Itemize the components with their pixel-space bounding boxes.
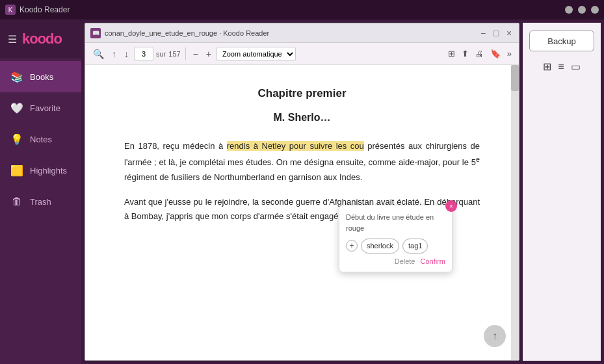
maximize-button[interactable] (578, 6, 586, 14)
book-minimize-button[interactable]: − (479, 29, 488, 38)
page-total: 157 (168, 50, 180, 58)
export-button[interactable]: ⬆ (460, 47, 471, 60)
single-view-button[interactable]: ▭ (570, 59, 582, 74)
menu-icon[interactable]: ☰ (8, 33, 17, 46)
book-title-bar: 📖 conan_doyle_une_etude_en_rouge · Koodo… (85, 23, 519, 43)
scrollbar[interactable] (511, 65, 519, 360)
highlighted-text: rendis à Netley pour suivre les cou (227, 141, 364, 151)
notes-icon: 💡 (10, 133, 23, 146)
sidebar-item-trash[interactable]: 🗑 Trash (0, 186, 81, 217)
toolbar-separator-1 (185, 47, 186, 60)
favorite-icon: 🤍 (10, 102, 23, 114)
tooltip-text: Début du livre une étude en rouge (346, 212, 445, 233)
book-controls: − □ × (479, 29, 514, 38)
trash-icon: 🗑 (10, 196, 23, 207)
sidebar-item-highlights[interactable]: 🟨 Highlights (0, 155, 81, 186)
app-icon: K (5, 5, 16, 15)
scrollbar-thumb[interactable] (511, 65, 519, 91)
tooltip-close-button[interactable]: × (445, 200, 457, 212)
page-separator: sur (156, 50, 166, 58)
book-close-button[interactable]: × (505, 29, 514, 38)
more-button[interactable]: » (505, 47, 514, 60)
bookmark-button[interactable]: 🔖 (488, 47, 503, 60)
book-maximize-button[interactable]: □ (492, 29, 501, 38)
delete-annotation-button[interactable]: Delete (395, 257, 415, 265)
right-panel: Backup ⊞ ≡ ▭ (523, 23, 601, 361)
highlights-icon: 🟨 (10, 164, 23, 177)
page-number-input[interactable] (134, 47, 153, 61)
sidebar-label-books: Books (30, 72, 53, 82)
sidebar: ☰ koodo 📚 Books 🤍 Favorite 💡 Notes 🟨 (0, 20, 81, 364)
paragraph-1: En 1878, reçu médecin à rendis à Netley … (124, 139, 480, 185)
tooltip-actions: Delete Confirm (346, 257, 445, 265)
book-toolbar: 🔍 ↑ ↓ sur 157 − + Zoom automatique ⊞ (85, 43, 519, 65)
sidebar-label-trash: Trash (30, 197, 51, 207)
close-button[interactable] (591, 6, 599, 14)
layout-button[interactable]: ⊞ (446, 47, 457, 60)
book-window: 📖 conan_doyle_une_etude_en_rouge · Koodo… (85, 23, 519, 361)
zoom-out-button[interactable]: − (190, 47, 201, 61)
books-icon: 📚 (10, 71, 23, 83)
page-up-button[interactable]: ↑ (109, 47, 119, 61)
confirm-annotation-button[interactable]: Confirm (420, 257, 445, 265)
page-down-button[interactable]: ↓ (122, 47, 131, 61)
book-content: Chapitre premier M. Sherlo… En 1878, reç… (85, 65, 519, 360)
tooltip-tags: + sherlock tag1 (346, 239, 445, 254)
sidebar-item-notes[interactable]: 💡 Notes (0, 124, 81, 155)
book-icon: 📖 (90, 28, 101, 38)
book-title: conan_doyle_une_etude_en_rouge · Koodo R… (105, 29, 475, 37)
zoom-select[interactable]: Zoom automatique (217, 47, 296, 61)
sidebar-label-highlights: Highlights (30, 166, 67, 176)
sidebar-header: ☰ koodo (0, 20, 81, 58)
tag-sherlock[interactable]: sherlock (361, 239, 399, 254)
app-title: Koodo Reader (20, 5, 565, 14)
backup-button[interactable]: Backup (529, 31, 594, 51)
app-window: K Koodo Reader ☰ koodo 📚 Books 🤍 Favor (0, 0, 604, 364)
scroll-to-top-button[interactable]: ↑ (484, 325, 506, 347)
list-view-button[interactable]: ≡ (557, 60, 565, 74)
logo: koodo (22, 31, 62, 47)
tag-tag1[interactable]: tag1 (402, 239, 428, 254)
sidebar-item-favorite[interactable]: 🤍 Favorite (0, 92, 81, 124)
add-tag-button[interactable]: + (346, 240, 358, 252)
chapter-title: Chapitre premier (124, 84, 480, 103)
sidebar-label-favorite: Favorite (30, 103, 60, 113)
sidebar-label-notes: Notes (30, 135, 52, 144)
main-area: ☰ koodo 📚 Books 🤍 Favorite 💡 Notes 🟨 (0, 20, 604, 364)
grid-view-button[interactable]: ⊞ (542, 59, 553, 74)
print-button[interactable]: 🖨 (473, 47, 486, 60)
sidebar-nav: 📚 Books 🤍 Favorite 💡 Notes 🟨 Highlights … (0, 58, 81, 217)
window-controls (565, 6, 599, 14)
title-bar: K Koodo Reader (0, 0, 604, 20)
view-controls: ⊞ ≡ ▭ (542, 59, 581, 74)
minimize-button[interactable] (565, 6, 573, 14)
zoom-in-button[interactable]: + (204, 47, 214, 61)
search-button[interactable]: 🔍 (90, 47, 107, 61)
sidebar-item-books[interactable]: 📚 Books (0, 61, 81, 92)
annotation-tooltip: × Début du livre une étude en rouge + sh… (339, 205, 453, 272)
chapter-subtitle: M. Sherlo… (124, 109, 480, 126)
